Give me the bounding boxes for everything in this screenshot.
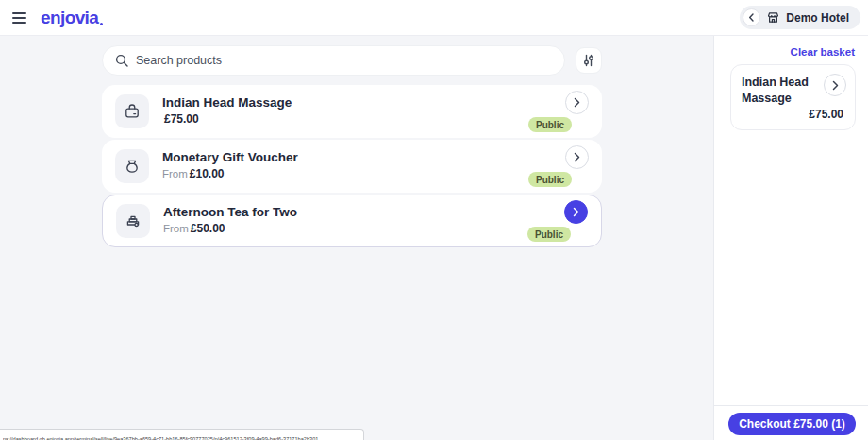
logo: enjovia [41, 8, 103, 26]
product-row-monetary-gift-voucher[interactable]: Monetary Gift Voucher From£10.00 Public [102, 140, 602, 193]
product-row-afternoon-tea-for-two[interactable]: Afternoon Tea for Two From£50.00 Public [102, 195, 602, 247]
basket-item-name: Indian Head Massage [742, 75, 819, 107]
topbar: enjovia Demo Hotel [0, 0, 868, 36]
price-value: £50.00 [191, 222, 225, 235]
product-price: From£50.00 [163, 223, 297, 235]
filter-button[interactable] [576, 47, 602, 74]
search-icon [115, 54, 128, 67]
cake-stand-icon [116, 204, 150, 238]
sell-terminal-main: Indian Head Massage £75.00 Public Moneta… [0, 36, 713, 440]
visibility-badge: Public [528, 117, 572, 132]
product-name: Afternoon Tea for Two [163, 206, 297, 220]
product-name: Monetary Gift Voucher [162, 151, 298, 165]
visibility-badge: Public [528, 172, 572, 187]
logo-text: enjovia [41, 8, 98, 26]
price-value: £10.00 [190, 167, 225, 180]
clear-basket-link[interactable]: Clear basket [791, 46, 855, 58]
product-row-indian-head-massage[interactable]: Indian Head Massage £75.00 Public [102, 85, 602, 138]
open-product-button[interactable] [565, 91, 589, 114]
search-input[interactable] [136, 54, 552, 67]
price-prefix: From [162, 168, 188, 179]
search-bar [102, 45, 565, 76]
menu-icon[interactable] [9, 7, 32, 29]
hotel-switcher-button[interactable]: Demo Hotel [740, 6, 860, 29]
product-price: £75.00 [162, 113, 292, 126]
basket-footer: Checkout £75.00 (1) [714, 405, 868, 440]
browser-status-bar: ps://dashboard.gb.enjovia.app/terminal/s… [0, 429, 364, 440]
expand-basket-item-button[interactable] [824, 74, 846, 96]
basket-item-card: Indian Head Massage £75.00 [730, 64, 856, 130]
money-bag-icon [115, 149, 149, 183]
open-product-button[interactable] [565, 145, 589, 169]
price-value: £75.00 [164, 112, 199, 126]
basket-panel: Clear basket Indian Head Massage £75.00 … [713, 36, 868, 440]
storefront-icon [766, 10, 780, 25]
price-prefix: From [163, 223, 189, 234]
sliders-icon [581, 53, 596, 68]
logo-dot [100, 23, 103, 25]
product-name: Indian Head Massage [162, 96, 292, 110]
chevron-left-icon[interactable] [743, 8, 760, 26]
hotel-name: Demo Hotel [786, 11, 849, 25]
basket-item-price: £75.00 [809, 108, 843, 121]
visibility-badge: Public [527, 227, 571, 242]
open-product-button[interactable] [564, 200, 588, 224]
checkout-button[interactable]: Checkout £75.00 (1) [728, 413, 856, 435]
status-url: ps://dashboard.gb.enjovia.app/terminal/s… [3, 436, 318, 440]
gift-hamper-icon [115, 94, 149, 128]
product-price: From£10.00 [162, 168, 298, 180]
